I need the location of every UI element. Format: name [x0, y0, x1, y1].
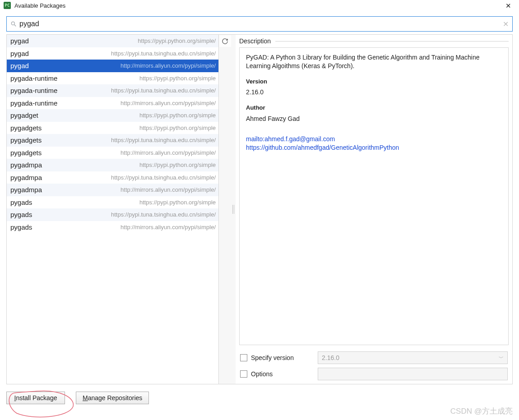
package-item[interactable]: pygadmpahttp://mirrors.aliyun.com/pypi/s… [7, 184, 218, 196]
contact-link[interactable]: mailto:ahmed.f.gad@gmail.com [246, 135, 502, 143]
package-source: https://pypi.python.org/simple [139, 162, 216, 168]
package-source: https://pypi.python.org/simple [139, 125, 216, 131]
specify-version-checkbox[interactable] [240, 354, 247, 361]
package-item[interactable]: pygadhttps://pypi.python.org/simple/ [7, 35, 218, 47]
package-source: http://mirrors.aliyun.com/pypi/simple/ [120, 186, 216, 193]
package-item[interactable]: pygada-runtimehttp://mirrors.aliyun.com/… [7, 97, 218, 110]
refresh-icon [222, 38, 228, 45]
package-source: https://pypi.tuna.tsinghua.edu.cn/simple… [111, 87, 216, 94]
package-item[interactable]: pygadgetshttp://mirrors.aliyun.com/pypi/… [7, 147, 218, 159]
refresh-button[interactable] [219, 35, 231, 47]
options-checkbox[interactable] [240, 370, 247, 378]
project-link[interactable]: https://github.com/ahmedfgad/GeneticAlgo… [246, 143, 502, 152]
package-item[interactable]: pygada-runtimehttps://pypi.python.org/si… [7, 72, 218, 85]
svg-line-1 [14, 25, 16, 27]
description-header: Description [239, 37, 271, 45]
package-source: https://pypi.python.org/simple/ [138, 37, 216, 44]
package-source: http://mirrors.aliyun.com/pypi/simple/ [120, 224, 216, 231]
package-source: http://mirrors.aliyun.com/pypi/simple/ [120, 149, 216, 156]
package-name: pygada-runtime [10, 74, 57, 82]
author-value: Ahmed Fawzy Gad [246, 115, 502, 123]
package-name: pygads [10, 211, 32, 218]
package-name: pygada-runtime [10, 99, 57, 107]
package-list-pane: pygadhttps://pypi.python.org/simple/pyga… [6, 34, 231, 384]
package-summary: PyGAD: A Python 3 Library for Building t… [246, 53, 502, 70]
author-label: Author [246, 104, 502, 112]
package-item[interactable]: pygada-runtimehttps://pypi.tuna.tsinghua… [7, 84, 218, 97]
package-source: http://mirrors.aliyun.com/pypi/simple/ [120, 62, 216, 69]
splitter[interactable] [231, 34, 236, 384]
search-input[interactable] [19, 20, 503, 28]
manage-repositories-button[interactable]: Manage Repositories [76, 392, 149, 404]
version-label: Version [246, 78, 502, 86]
options-label: Options [251, 370, 273, 378]
package-name: pygads [10, 198, 32, 206]
package-list[interactable]: pygadhttps://pypi.python.org/simple/pyga… [7, 35, 218, 384]
package-item[interactable]: pygadgetshttps://pypi.tuna.tsinghua.edu.… [7, 134, 218, 147]
package-name: pygadmpa [10, 161, 42, 169]
package-item[interactable]: pygadgethttps://pypi.python.org/simple [7, 109, 218, 122]
specify-version-value: 2.16.0 [322, 354, 339, 361]
package-name: pygads [10, 223, 32, 231]
description-body: PyGAD: A Python 3 Library for Building t… [239, 47, 509, 345]
package-name: pygad [10, 37, 29, 45]
package-item[interactable]: pygadhttps://pypi.tuna.tsinghua.edu.cn/s… [7, 47, 218, 60]
package-name: pygadmpa [10, 174, 42, 181]
package-item[interactable]: pygadhttp://mirrors.aliyun.com/pypi/simp… [7, 60, 218, 72]
package-name: pygadgets [10, 149, 42, 157]
package-source: https://pypi.python.org/simple [139, 112, 216, 119]
package-name: pygada-runtime [10, 87, 57, 94]
window-title: Available Packages [14, 2, 65, 9]
package-item[interactable]: pygadmpahttps://pypi.python.org/simple [7, 159, 218, 171]
divider [275, 41, 509, 42]
package-item[interactable]: pygadshttps://pypi.python.org/simple [7, 196, 218, 209]
package-source: https://pypi.python.org/simple [139, 75, 216, 82]
package-item[interactable]: pygadmpahttps://pypi.tuna.tsinghua.edu.c… [7, 171, 218, 184]
package-item[interactable]: pygadshttps://pypi.tuna.tsinghua.edu.cn/… [7, 208, 218, 221]
svg-point-0 [11, 22, 14, 25]
close-icon[interactable]: ✕ [501, 0, 515, 11]
package-source: https://pypi.python.org/simple [139, 199, 216, 206]
watermark: CSDN @方土成亮 [450, 406, 513, 416]
package-source: https://pypi.tuna.tsinghua.edu.cn/simple… [111, 174, 216, 181]
package-source: https://pypi.tuna.tsinghua.edu.cn/simple… [111, 50, 216, 57]
package-name: pygadgets [10, 124, 42, 132]
package-source: https://pypi.tuna.tsinghua.edu.cn/simple… [111, 137, 216, 143]
package-item[interactable]: pygadshttp://mirrors.aliyun.com/pypi/sim… [7, 221, 218, 234]
titlebar: PC Available Packages ✕ [0, 0, 519, 13]
description-pane: Description PyGAD: A Python 3 Library fo… [236, 34, 513, 384]
package-item[interactable]: pygadgetshttps://pypi.python.org/simple [7, 122, 218, 134]
package-source: https://pypi.tuna.tsinghua.edu.cn/simple… [111, 211, 216, 218]
specify-version-combo[interactable]: 2.16.0 ﹀ [318, 351, 508, 364]
options-input[interactable] [318, 368, 508, 380]
specify-version-label: Specify version [251, 354, 294, 361]
package-name: pygadget [10, 111, 38, 119]
package-name: pygad [10, 50, 29, 57]
package-source: http://mirrors.aliyun.com/pypi/simple/ [120, 100, 216, 106]
chevron-down-icon: ﹀ [499, 355, 504, 361]
search-icon [10, 21, 17, 27]
pycharm-icon: PC [4, 2, 11, 9]
refresh-column [218, 35, 231, 384]
package-name: pygad [10, 62, 29, 69]
clear-icon[interactable]: ✕ [503, 20, 509, 28]
package-name: pygadmpa [10, 186, 42, 194]
version-value: 2.16.0 [246, 88, 502, 97]
install-package-button[interactable]: Install Package [6, 392, 65, 404]
search-box[interactable]: ✕ [6, 16, 513, 32]
package-name: pygadgets [10, 136, 42, 144]
